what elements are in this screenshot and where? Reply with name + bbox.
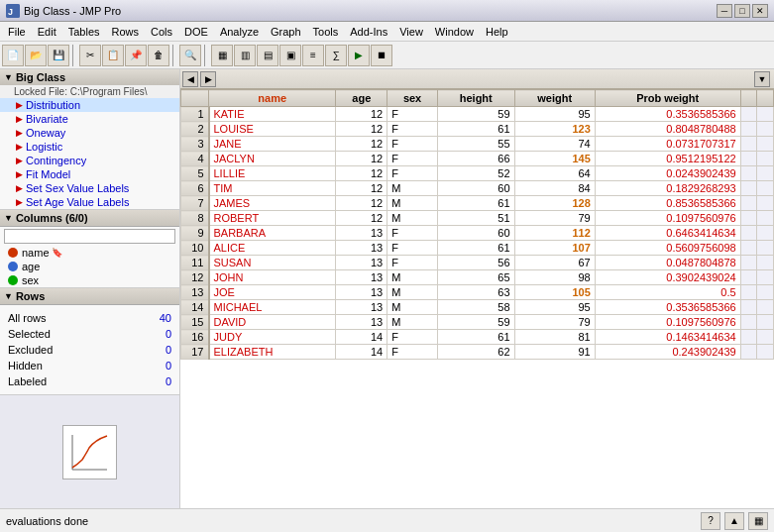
- table-row[interactable]: 14 MICHAEL 13 M 58 95 0.3536585366: [181, 300, 774, 315]
- rows-all: All rows 40: [6, 311, 173, 325]
- col-header-prob[interactable]: Prob weight: [595, 90, 740, 107]
- menu-edit[interactable]: Edit: [32, 24, 62, 40]
- menu-item-oneway[interactable]: ▶ Oneway: [0, 126, 179, 140]
- layout-icon-btn[interactable]: ▦: [748, 512, 768, 530]
- table-row[interactable]: 16 JUDY 14 F 61 81 0.1463414634: [181, 330, 774, 345]
- menu-rows[interactable]: Rows: [106, 24, 146, 40]
- table-btn-1[interactable]: ▦: [211, 45, 233, 66]
- table-row[interactable]: 1 KATIE 12 F 59 95 0.3536585366: [181, 107, 774, 122]
- table-row[interactable]: 15 DAVID 13 M 59 79 0.1097560976: [181, 315, 774, 330]
- menu-tools[interactable]: Tools: [307, 24, 345, 40]
- col-header-name[interactable]: name: [209, 90, 336, 107]
- big-class-header[interactable]: ▼ Big Class: [0, 69, 179, 85]
- run-button[interactable]: ▶: [348, 45, 370, 66]
- column-name[interactable]: name 🔖: [0, 246, 179, 260]
- table-btn-5[interactable]: ≡: [302, 45, 324, 66]
- col-header-height[interactable]: height: [437, 90, 514, 107]
- menu-view[interactable]: View: [393, 24, 429, 40]
- table-wrapper[interactable]: name age sex height weight Prob weight 1…: [180, 89, 774, 508]
- col-header-age[interactable]: age: [336, 90, 387, 107]
- menu-item-logistic[interactable]: ▶ Logistic: [0, 140, 179, 154]
- empty-cell-2: [757, 300, 774, 315]
- menu-window[interactable]: Window: [429, 24, 480, 40]
- table-row[interactable]: 13 JOE 13 M 63 105 0.5: [181, 285, 774, 300]
- cell-prob: 0.3902439024: [595, 270, 740, 285]
- row-number: 4: [181, 152, 209, 166]
- menu-file[interactable]: File: [2, 24, 32, 40]
- rows-excluded: Excluded 0: [6, 343, 173, 357]
- cell-sex: M: [387, 181, 438, 196]
- column-search-input[interactable]: [4, 229, 175, 244]
- rows-labeled-count: 0: [133, 374, 173, 388]
- nav-right-button[interactable]: ▶: [200, 71, 216, 87]
- new-button[interactable]: 📄: [2, 45, 24, 66]
- rows-selected-label: Selected: [6, 327, 131, 341]
- table-row[interactable]: 5 LILLIE 12 F 52 64 0.0243902439: [181, 166, 774, 181]
- cell-weight: 64: [514, 166, 595, 181]
- open-button[interactable]: 📂: [25, 45, 47, 66]
- table-row[interactable]: 9 BARBARA 13 F 60 112 0.6463414634: [181, 226, 774, 241]
- table-row[interactable]: 17 ELIZABETH 14 F 62 91 0.243902439: [181, 345, 774, 360]
- col-header-sex[interactable]: sex: [387, 90, 438, 107]
- copy-button[interactable]: 📋: [102, 45, 124, 66]
- table-btn-2[interactable]: ▥: [234, 45, 256, 66]
- table-row[interactable]: 7 JAMES 12 M 61 128 0.8536585366: [181, 196, 774, 211]
- table-row[interactable]: 11 SUSAN 13 F 56 67 0.0487804878: [181, 256, 774, 270]
- app-icon: J: [6, 4, 20, 18]
- menu-cols[interactable]: Cols: [145, 24, 178, 40]
- table-row[interactable]: 12 JOHN 13 M 65 98 0.3902439024: [181, 270, 774, 285]
- maximize-button[interactable]: □: [734, 4, 750, 18]
- menu-item-bivariate[interactable]: ▶ Bivariate: [0, 112, 179, 126]
- row-number: 1: [181, 107, 209, 122]
- nav-left-button[interactable]: ◀: [182, 71, 198, 87]
- cell-name: JAMES: [209, 196, 336, 211]
- help-icon-btn[interactable]: ?: [701, 512, 720, 530]
- rows-hidden: Hidden 0: [6, 359, 173, 372]
- menu-item-age-labels[interactable]: ▶ Set Age Value Labels: [0, 195, 179, 209]
- empty-cell-2: [757, 256, 774, 270]
- up-icon-btn[interactable]: ▲: [724, 512, 744, 530]
- col-header-weight[interactable]: weight: [514, 90, 595, 107]
- age-col-icon: [8, 262, 18, 271]
- table-row[interactable]: 4 JACLYN 12 F 66 145 0.9512195122: [181, 152, 774, 166]
- minimize-button[interactable]: ─: [717, 4, 732, 18]
- menu-item-sex-labels[interactable]: ▶ Set Sex Value Labels: [0, 181, 179, 195]
- empty-cell-1: [740, 196, 757, 211]
- menu-item-fitmodel[interactable]: ▶ Fit Model: [0, 167, 179, 181]
- columns-header[interactable]: ▼ Columns (6/0): [0, 210, 179, 227]
- menu-item-distribution[interactable]: ▶ Distribution: [0, 98, 179, 112]
- table-row[interactable]: 10 ALICE 13 F 61 107 0.5609756098: [181, 241, 774, 256]
- menu-addins[interactable]: Add-Ins: [344, 24, 393, 40]
- col-age-label: age: [22, 261, 40, 272]
- cell-prob: 0.6463414634: [595, 226, 740, 241]
- stop-button[interactable]: ⏹: [371, 45, 392, 66]
- rows-all-label: All rows: [6, 311, 131, 325]
- table-btn-3[interactable]: ▤: [257, 45, 278, 66]
- empty-cell-2: [757, 330, 774, 345]
- cut-button[interactable]: ✂: [79, 45, 101, 66]
- menu-item-contingency[interactable]: ▶ Contingency: [0, 154, 179, 167]
- filter-dropdown[interactable]: ▼: [754, 71, 770, 87]
- table-row[interactable]: 2 LOUISE 12 F 61 123 0.8048780488: [181, 122, 774, 137]
- menu-doe[interactable]: DOE: [178, 24, 214, 40]
- menu-help[interactable]: Help: [480, 24, 514, 40]
- column-age[interactable]: age: [0, 260, 179, 273]
- empty-cell-2: [757, 122, 774, 137]
- column-sex[interactable]: sex: [0, 273, 179, 287]
- table-btn-6[interactable]: ∑: [325, 45, 347, 66]
- name-col-icon: [8, 248, 18, 258]
- clear-button[interactable]: 🗑: [148, 45, 169, 66]
- table-btn-4[interactable]: ▣: [279, 45, 301, 66]
- save-button[interactable]: 💾: [48, 45, 69, 66]
- menu-analyze[interactable]: Analyze: [214, 24, 265, 40]
- cell-prob: 0.8048780488: [595, 122, 740, 137]
- table-row[interactable]: 6 TIM 12 M 60 84 0.1829268293: [181, 181, 774, 196]
- paste-button[interactable]: 📌: [125, 45, 147, 66]
- close-button[interactable]: ✕: [752, 4, 768, 18]
- table-row[interactable]: 3 JANE 12 F 55 74 0.0731707317: [181, 137, 774, 152]
- menu-tables[interactable]: Tables: [62, 24, 106, 40]
- table-row[interactable]: 8 ROBERT 12 M 51 79 0.1097560976: [181, 211, 774, 226]
- search-button[interactable]: 🔍: [179, 45, 201, 66]
- rows-header[interactable]: ▼ Rows: [0, 288, 179, 305]
- menu-graph[interactable]: Graph: [265, 24, 307, 40]
